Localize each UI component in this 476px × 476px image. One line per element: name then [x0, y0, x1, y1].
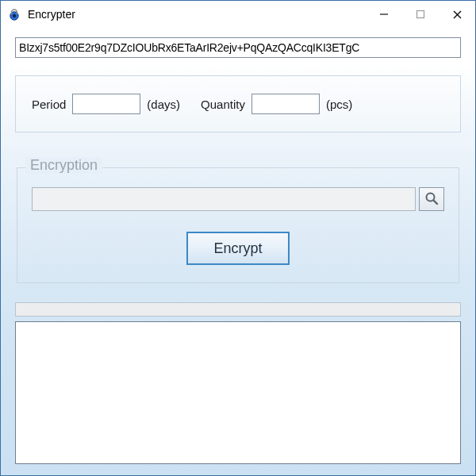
window-title: Encrypter [28, 8, 75, 21]
period-unit: (days) [147, 98, 180, 111]
close-button[interactable] [439, 1, 475, 28]
quantity-unit: (pcs) [326, 98, 352, 111]
quantity-input[interactable] [251, 94, 320, 114]
encrypt-button[interactable]: Encrypt [186, 232, 290, 265]
client-area: Period (days) Quantity (pcs) Encryption [1, 28, 475, 475]
key-input[interactable] [15, 37, 461, 58]
params-panel: Period (days) Quantity (pcs) [15, 75, 461, 132]
quantity-label: Quantity [201, 98, 245, 111]
maximize-button[interactable] [402, 1, 439, 28]
titlebar: Encrypter [1, 1, 475, 28]
app-window: Encrypter Period (days) Quantity (pcs) E… [0, 0, 476, 476]
svg-point-1 [13, 14, 16, 17]
svg-rect-3 [417, 11, 424, 18]
progress-bar [15, 302, 461, 317]
search-icon [424, 190, 440, 209]
minimize-button[interactable] [366, 1, 402, 28]
encryption-group-title: Encryption [25, 157, 102, 174]
output-textarea[interactable] [15, 321, 461, 464]
period-label: Period [32, 98, 66, 111]
svg-line-7 [434, 200, 438, 204]
lock-icon [7, 7, 21, 21]
file-path-input[interactable] [32, 187, 416, 211]
browse-button[interactable] [419, 187, 444, 211]
path-row [32, 187, 444, 211]
period-input[interactable] [72, 94, 140, 114]
encryption-group: Encryption Encrypt [17, 167, 459, 283]
